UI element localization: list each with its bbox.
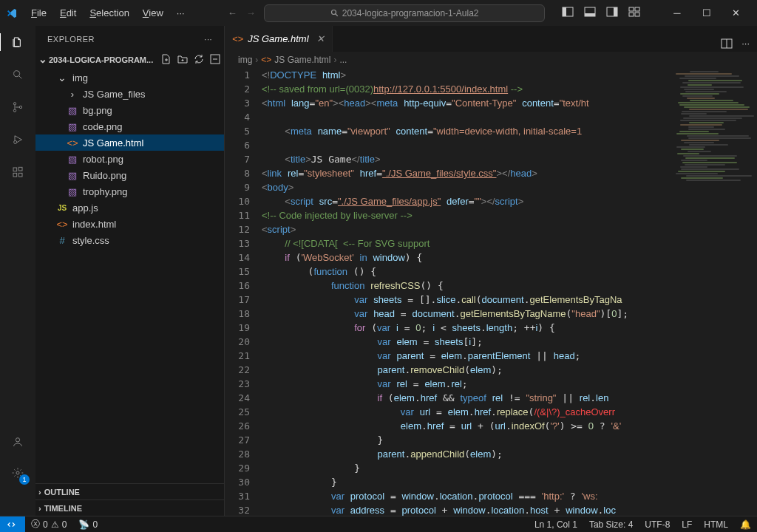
css-icon: #	[56, 235, 68, 246]
source-control-icon[interactable]	[9, 98, 27, 116]
menu-selection[interactable]: Selection	[84, 4, 135, 21]
new-file-icon[interactable]	[160, 53, 172, 66]
maximize-button[interactable]: ☐	[692, 2, 722, 24]
layout-primary-icon[interactable]	[562, 6, 574, 20]
tab-js-game[interactable]: <> JS Game.html ✕	[225, 26, 333, 52]
img-icon: ▧	[67, 154, 78, 165]
svg-rect-10	[635, 13, 639, 16]
close-button[interactable]: ✕	[722, 2, 751, 24]
settings-badge: 1	[19, 474, 30, 485]
cursor-position[interactable]: Ln 1, Col 1	[529, 519, 583, 530]
explorer-icon[interactable]	[0, 33, 35, 51]
encoding-button[interactable]: UTF-8	[639, 519, 676, 530]
img-icon: ▧	[67, 186, 78, 197]
search-text: 2034-logica-programacion-1-Aula2	[342, 8, 479, 18]
tab-more-icon[interactable]: ···	[741, 38, 750, 52]
error-icon: ⓧ	[31, 518, 40, 531]
tree-item[interactable]: ▧robot.png	[35, 151, 224, 167]
menu-file[interactable]: File	[25, 4, 52, 21]
settings-icon[interactable]: 1	[9, 464, 27, 482]
minimap[interactable]	[676, 68, 747, 516]
tree-item[interactable]: JS Game_files	[35, 86, 224, 102]
refresh-icon[interactable]	[193, 53, 205, 66]
debug-icon[interactable]	[9, 131, 27, 149]
layout-panel-icon[interactable]	[584, 6, 596, 20]
menu-more[interactable]: ···	[171, 4, 191, 21]
svg-rect-6	[614, 7, 617, 16]
html-icon: <>	[232, 33, 243, 44]
account-icon[interactable]	[9, 433, 27, 451]
tree-item[interactable]: <>JS Game.html	[35, 134, 224, 151]
eol-button[interactable]: LF	[676, 519, 698, 530]
timeline-section[interactable]: TIMELINE	[35, 499, 224, 516]
chev-d-icon	[56, 72, 68, 83]
explorer-title: EXPLORER	[47, 35, 95, 44]
svg-rect-9	[629, 13, 634, 16]
img-icon: ▧	[67, 121, 78, 132]
svg-rect-2	[563, 7, 566, 16]
svg-point-0	[331, 10, 336, 14]
svg-rect-17	[13, 173, 17, 177]
explorer-header: EXPLORER ···	[35, 26, 224, 52]
notifications-icon[interactable]: 🔔	[734, 519, 757, 530]
warning-icon: ⚠	[51, 519, 59, 530]
svg-point-12	[13, 103, 16, 105]
indent-button[interactable]: Tab Size: 4	[583, 519, 639, 530]
port-button[interactable]: 📡0	[72, 519, 103, 530]
nav-forward-icon[interactable]: →	[246, 7, 256, 18]
svg-rect-4	[585, 13, 595, 16]
tabs: <> JS Game.html ✕ ···	[225, 26, 757, 52]
img-icon: ▧	[67, 170, 78, 181]
tree-item[interactable]: <>index.html	[35, 216, 224, 232]
html-icon: <>	[56, 219, 68, 230]
menu-edit[interactable]: Edit	[54, 4, 82, 21]
layout-secondary-icon[interactable]	[606, 6, 618, 20]
js-icon: JS	[56, 204, 68, 212]
collapse-icon[interactable]	[209, 53, 221, 66]
new-folder-icon[interactable]	[177, 53, 189, 66]
split-editor-icon[interactable]	[721, 38, 733, 52]
line-numbers: 1234567891011121314151617181920212223242…	[225, 68, 262, 516]
tab-label: JS Game.html	[248, 33, 308, 44]
svg-point-11	[14, 71, 20, 77]
activity-bar: 1	[0, 26, 35, 516]
svg-point-13	[13, 109, 16, 112]
close-icon[interactable]: ✕	[316, 33, 325, 44]
language-button[interactable]: HTML	[698, 519, 734, 530]
svg-point-15	[14, 140, 17, 143]
extensions-icon[interactable]	[9, 163, 27, 181]
html-icon: <>	[67, 137, 78, 149]
tree-item[interactable]: #style.css	[35, 232, 224, 248]
tree-item[interactable]: img	[35, 69, 224, 86]
breadcrumb[interactable]: img› <>JS Game.html› ...	[225, 52, 757, 68]
editor-body[interactable]: 1234567891011121314151617181920212223242…	[225, 68, 757, 516]
svg-point-21	[16, 471, 19, 474]
svg-rect-7	[629, 7, 634, 11]
menu-bar: File Edit Selection View ···	[25, 4, 191, 21]
radio-icon: 📡	[78, 519, 89, 530]
img-icon: ▧	[67, 105, 78, 116]
project-header[interactable]: 2034-LOGICA-PROGRAM...	[35, 52, 224, 68]
explorer-more-icon[interactable]: ···	[204, 35, 212, 44]
vscode-logo-icon	[6, 7, 18, 19]
problems-button[interactable]: ⓧ0 ⚠0	[25, 518, 72, 531]
tree-item[interactable]: ▧trophy.png	[35, 183, 224, 200]
tree-item[interactable]: ▧code.png	[35, 118, 224, 134]
statusbar: ⓧ0 ⚠0 📡0 Ln 1, Col 1 Tab Size: 4 UTF-8 L…	[0, 516, 757, 532]
search-icon[interactable]	[9, 66, 27, 83]
tree-item[interactable]: ▧bg.png	[35, 102, 224, 118]
minimize-button[interactable]: ─	[662, 2, 692, 24]
outline-section[interactable]: OUTLINE	[35, 483, 224, 499]
menu-view[interactable]: View	[137, 4, 169, 21]
chev-r-icon	[67, 89, 78, 100]
layout-customize-icon[interactable]	[628, 6, 640, 20]
remote-icon[interactable]	[0, 516, 25, 532]
command-center[interactable]: 2034-logica-programacion-1-Aula2	[264, 4, 545, 22]
tree-item[interactable]: JSapp.js	[35, 200, 224, 216]
editor-area: <> JS Game.html ✕ ··· img› <>JS Game.htm…	[225, 26, 757, 516]
tree-item[interactable]: ▧Ruido.png	[35, 167, 224, 183]
nav-back-icon[interactable]: ←	[228, 7, 237, 18]
sidebar: EXPLORER ··· 2034-LOGICA-PROGRAM... imgJ…	[35, 26, 225, 516]
svg-rect-8	[635, 7, 639, 11]
svg-point-14	[19, 106, 21, 108]
